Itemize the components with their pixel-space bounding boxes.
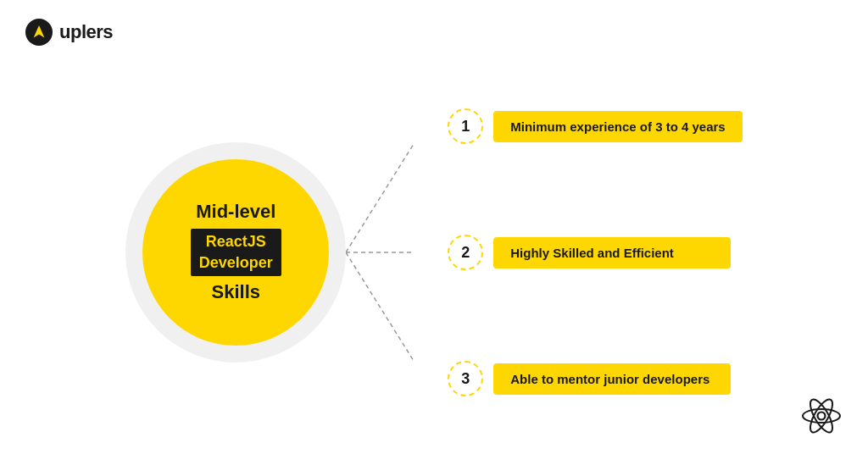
item-number-3: 3 [448,361,483,396]
item-label-3: Able to mentor junior developers [493,363,731,395]
item-label-2: Highly Skilled and Efficient [493,237,731,269]
badge-line2: Developer [199,254,273,271]
circle-badge: ReactJS Developer [191,229,281,276]
skill-item-3: 3 Able to mentor junior developers [448,361,742,396]
uplers-logo-icon [25,19,53,46]
circle-container: Mid-level ReactJS Developer Skills [125,142,346,363]
svg-point-5 [818,412,826,420]
inner-circle: Mid-level ReactJS Developer Skills [142,159,329,346]
svg-line-2 [346,144,414,252]
items-container: 1 Minimum experience of 3 to 4 years 2 H… [448,108,742,396]
item-number-1: 1 [448,108,483,144]
connector-svg [346,108,448,396]
item-number-2: 2 [448,235,483,270]
badge-line1: ReactJS [206,233,266,250]
item-label-1: Minimum experience of 3 to 4 years [493,111,742,142]
circle-title: Mid-level [196,201,275,223]
skill-item-2: 2 Highly Skilled and Efficient [448,235,742,270]
svg-point-6 [803,409,840,423]
logo-area: uplers [25,19,113,46]
logo-text: uplers [59,21,113,43]
react-icon [800,395,843,437]
main-content: Mid-level ReactJS Developer Skills 1 [0,51,868,454]
skill-item-1: 1 Minimum experience of 3 to 4 years [448,108,742,144]
circle-subtitle: Skills [212,281,260,303]
connector-area [346,108,448,396]
outer-circle: Mid-level ReactJS Developer Skills [125,142,346,363]
svg-line-4 [346,252,414,361]
